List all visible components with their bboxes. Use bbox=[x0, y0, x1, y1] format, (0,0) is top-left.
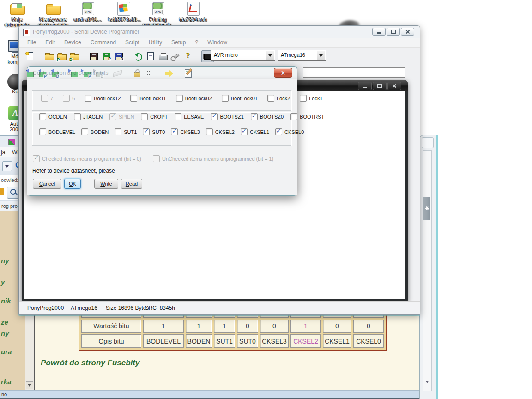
checkbox-bodlevel[interactable]: BODLEVEL bbox=[39, 128, 75, 135]
checkbox-cksel1[interactable]: ✓CKSEL1 bbox=[241, 128, 269, 135]
scroll-down-button[interactable] bbox=[26, 381, 33, 389]
chevron-down-icon[interactable] bbox=[266, 51, 274, 60]
checkbox-unchecked-items-means-unprogrammed-bit-1[interactable]: UnChecked items means unprogrammed (bit … bbox=[153, 155, 273, 162]
checkbox-label: CKSEL1 bbox=[250, 129, 269, 135]
menu-command[interactable]: Command bbox=[86, 39, 121, 46]
sidebar-link-1[interactable]: y bbox=[1, 278, 5, 286]
checkbox-spien[interactable]: ✓SPIEN bbox=[109, 113, 134, 120]
checkbox-boden[interactable]: BODEN bbox=[81, 128, 109, 135]
checkbox-eesave[interactable]: EESAVE bbox=[175, 113, 204, 120]
schematic-tag: s bbox=[190, 3, 192, 6]
desktop-icon-audi-photo[interactable]: JPGaudi a8 01... bbox=[73, 2, 103, 22]
checkbox-bootrst[interactable]: BOOTRST bbox=[290, 113, 324, 120]
checkbox-cksel3[interactable]: ✓CKSEL3 bbox=[171, 128, 200, 135]
write-button[interactable]: Write bbox=[94, 179, 118, 189]
checkbox-checked-items-means-programmed-bit-0[interactable]: ✓Checked items means programmed (bit = 0… bbox=[33, 155, 141, 162]
sidebar-link-3[interactable]: ze bbox=[1, 318, 8, 326]
device-family-combo[interactable]: AVR micro bbox=[211, 50, 275, 61]
dialog-titlebar[interactable]: Configuration and Security bits X bbox=[27, 66, 297, 79]
scrollbar-top-button[interactable] bbox=[422, 137, 434, 148]
sidebar-link-4[interactable]: ny bbox=[1, 329, 9, 337]
menu-utility[interactable]: Utility bbox=[144, 39, 167, 46]
save-data-icon[interactable]: D bbox=[113, 51, 124, 62]
open-data-icon[interactable]: D bbox=[68, 51, 80, 62]
save-file-icon[interactable] bbox=[88, 51, 99, 62]
checkbox-ocden[interactable]: OCDEN bbox=[39, 113, 67, 120]
table-cell: 1 bbox=[143, 320, 184, 332]
desktop-icon-printing-photo[interactable]: JPGPrintingprzydatne dr... bbox=[143, 2, 173, 28]
checkbox-lock1[interactable]: Lock1 bbox=[300, 95, 322, 102]
browser-back-dropdown[interactable] bbox=[2, 161, 12, 171]
menu-script[interactable]: Script bbox=[121, 39, 144, 46]
open-program-icon[interactable]: P bbox=[56, 51, 67, 62]
scrollbar-thumb[interactable] bbox=[423, 197, 430, 220]
checkbox-cksel2[interactable]: CKSEL2 bbox=[206, 128, 235, 135]
sidebar-link-2[interactable]: nik bbox=[1, 297, 11, 305]
menu-file[interactable]: File bbox=[23, 39, 41, 46]
desktop-icon-lcd-file[interactable]: lcd1307ds18... bbox=[108, 2, 139, 22]
desktop-icon-tda-schematic[interactable]: stda7294.sch bbox=[178, 2, 208, 22]
checkbox-6[interactable]: 6 bbox=[63, 95, 75, 102]
maximize-button[interactable] bbox=[387, 28, 400, 36]
maximize-button[interactable] bbox=[373, 82, 387, 90]
checkbox-bootlock11[interactable]: BootLock11 bbox=[130, 95, 166, 102]
toolbar-text-field[interactable] bbox=[303, 67, 405, 78]
checkbox-bootlock02[interactable]: BootLock02 bbox=[176, 95, 212, 102]
lock-bits-row: 76BootLock12BootLock11BootLock02BootLock… bbox=[41, 95, 323, 102]
vertical-scrollbar[interactable] bbox=[423, 150, 432, 391]
menu-setup[interactable]: Setup bbox=[167, 39, 190, 46]
close-button[interactable] bbox=[387, 82, 401, 90]
checkbox-7[interactable]: 7 bbox=[41, 95, 53, 102]
background-window-fragment bbox=[419, 135, 438, 399]
new-window-icon[interactable] bbox=[24, 51, 36, 62]
close-button[interactable] bbox=[401, 28, 414, 36]
new-window-icon-glyph bbox=[27, 52, 33, 60]
dialog-hint: Refer to device datasheet, please bbox=[32, 168, 115, 174]
minimize-button[interactable] bbox=[358, 82, 372, 90]
save-program-icon[interactable]: P bbox=[100, 51, 112, 62]
checkbox-sut0[interactable]: ✓SUT0 bbox=[143, 128, 165, 135]
checkbox-bootlock12[interactable]: BootLock12 bbox=[85, 95, 121, 102]
checkbox-bootsz0[interactable]: ✓BOOTSZ0 bbox=[251, 113, 284, 120]
scroll-down-arrow-icon[interactable] bbox=[425, 381, 429, 385]
setup-wrench-icon[interactable] bbox=[169, 51, 181, 62]
device-model-combo[interactable]: ATmega16 bbox=[278, 50, 326, 61]
sidebar-link-5[interactable]: ura bbox=[1, 348, 12, 356]
cancel-button[interactable]: Cancel bbox=[33, 179, 61, 189]
dialog-body: 76BootLock12BootLock11BootLock02BootLock… bbox=[27, 79, 297, 195]
menu-device[interactable]: Device bbox=[60, 39, 86, 46]
checkbox-box bbox=[175, 113, 181, 120]
maximize-icon bbox=[377, 84, 382, 88]
checkbox-lock2[interactable]: Lock2 bbox=[267, 95, 290, 102]
doc-lines-icon[interactable] bbox=[145, 51, 156, 62]
read-button[interactable]: Read bbox=[121, 179, 142, 189]
checkbox-box: ✓ bbox=[251, 113, 258, 120]
back-link[interactable]: Powrót do strony Fusebity bbox=[41, 358, 139, 368]
sidebar-link-0[interactable]: ny bbox=[1, 257, 9, 265]
checkbox-label: SPIEN bbox=[119, 114, 134, 120]
sidebar-link-6[interactable]: rka bbox=[1, 378, 12, 386]
help-icon[interactable]: ? bbox=[182, 51, 193, 62]
reload-icon[interactable] bbox=[132, 51, 144, 62]
minimize-button[interactable] bbox=[372, 28, 386, 36]
dialog-close-button[interactable]: X bbox=[274, 68, 292, 78]
print-icon[interactable] bbox=[157, 51, 169, 62]
checkbox-cksel0[interactable]: ✓CKSEL0 bbox=[275, 128, 304, 135]
browser-menu-item[interactable]: ja bbox=[1, 149, 5, 156]
checkbox-ckopt[interactable]: CKOPT bbox=[141, 113, 168, 120]
menu-help[interactable]: ? bbox=[190, 39, 203, 46]
desktop-icon-unused-shortcuts[interactable]: Nieużywaneskróty pulpitu bbox=[38, 2, 68, 28]
checkbox-jtagen[interactable]: JTAGEN bbox=[74, 113, 103, 120]
ok-button[interactable]: OK bbox=[64, 179, 81, 189]
open-file-icon[interactable] bbox=[43, 51, 55, 62]
window-titlebar[interactable]: PonyProg2000 - Serial Device Programmer bbox=[19, 26, 420, 38]
chevron-down-icon[interactable] bbox=[317, 51, 325, 60]
dialog-buttons: CancelOKWriteRead bbox=[33, 179, 142, 189]
search-icon bbox=[10, 189, 16, 195]
checkbox-bootlock01[interactable]: BootLock01 bbox=[222, 95, 258, 102]
desktop-icon-my-documents[interactable]: Mojedokumenty bbox=[2, 2, 32, 28]
menu-edit[interactable]: Edit bbox=[41, 39, 60, 46]
menu-window[interactable]: Window bbox=[203, 39, 232, 46]
checkbox-sut1[interactable]: SUT1 bbox=[115, 128, 137, 135]
checkbox-bootsz1[interactable]: ✓BOOTSZ1 bbox=[211, 113, 243, 120]
